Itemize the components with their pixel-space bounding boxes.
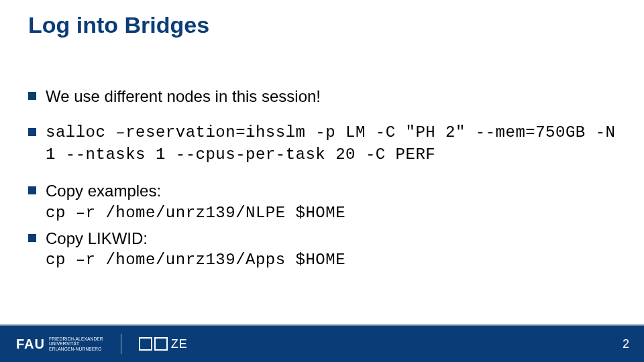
bullet-code: cp –r /home/unrz139/NLPE $HOME (46, 202, 616, 224)
rrze-box-icon (139, 337, 152, 351)
bullet-marker-icon (28, 92, 36, 100)
fau-sub-line: FRIEDRICH-ALEXANDER (49, 337, 103, 341)
rrze-logo: ZE (139, 337, 188, 351)
logo-separator (121, 334, 121, 354)
bullet-item: Copy LIKWID: cp –r /home/unrz139/Apps $H… (28, 228, 616, 272)
bullet-text: We use different nodes in this session! (46, 86, 616, 107)
bullet-content: Copy LIKWID: cp –r /home/unrz139/Apps $H… (46, 228, 616, 272)
bullet-content: Copy examples: cp –r /home/unrz139/NLPE … (46, 180, 616, 224)
bullet-label: Copy examples: (46, 180, 616, 202)
bullet-code: cp –r /home/unrz139/Apps $HOME (46, 249, 616, 271)
fau-logo-text: FAU (16, 337, 45, 352)
page-number: 2 (623, 337, 629, 351)
bullet-code: salloc –reservation=ihsslm -p LM -C "PH … (46, 122, 616, 166)
fau-sub-line: ERLANGEN-NÜRNBERG (49, 347, 103, 351)
bullet-item: salloc –reservation=ihsslm -p LM -C "PH … (28, 122, 616, 166)
footer-bar: FAU FRIEDRICH-ALEXANDER UNIVERSITÄT ERLA… (0, 326, 644, 362)
bullet-label: Copy LIKWID: (46, 228, 616, 249)
slide-body: We use different nodes in this session! … (28, 86, 616, 276)
fau-sub-line: UNIVERSITÄT (49, 341, 103, 346)
fau-logo: FAU FRIEDRICH-ALEXANDER UNIVERSITÄT ERLA… (16, 337, 103, 352)
slide: Log into Bridges We use different nodes … (0, 0, 644, 362)
rrze-box-icon (154, 337, 168, 351)
fau-logo-subtext: FRIEDRICH-ALEXANDER UNIVERSITÄT ERLANGEN… (49, 337, 103, 351)
bullet-marker-icon (28, 128, 36, 136)
footer-logos: FAU FRIEDRICH-ALEXANDER UNIVERSITÄT ERLA… (16, 334, 188, 354)
bullet-marker-icon (28, 234, 36, 242)
slide-title: Log into Bridges (28, 12, 209, 38)
bullet-item: We use different nodes in this session! (28, 86, 616, 107)
bullet-item: Copy examples: cp –r /home/unrz139/NLPE … (28, 180, 616, 224)
bullet-marker-icon (28, 186, 36, 194)
rrze-logo-text: ZE (171, 337, 188, 351)
